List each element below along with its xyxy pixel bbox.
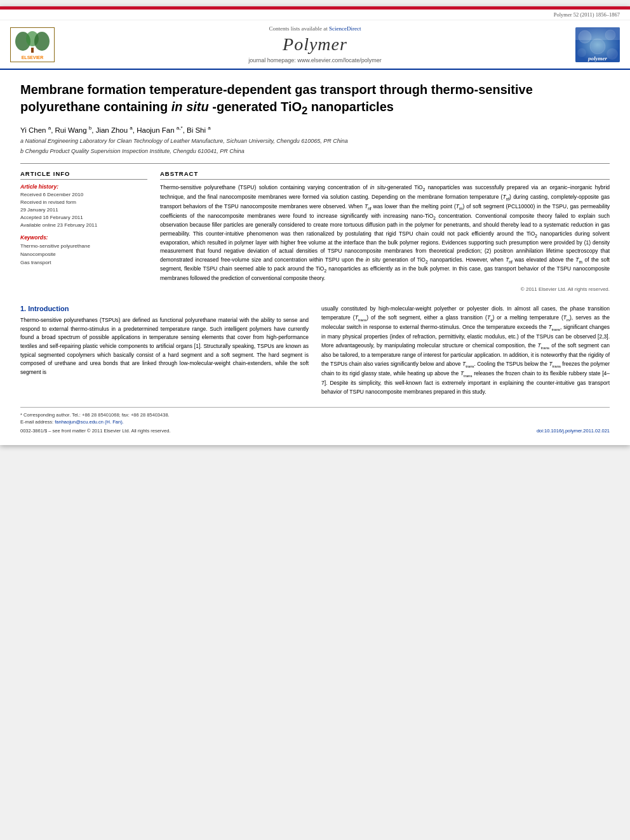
abstract-header: ABSTRACT — [160, 170, 610, 180]
divider-1 — [20, 163, 610, 164]
intro-text-right: usually constituted by high-molecular-we… — [321, 305, 610, 396]
keyword-1: Thermo-sensitive polyurethane — [20, 243, 147, 251]
svg-text:ELSEVIER: ELSEVIER — [22, 55, 44, 60]
authors-line: Yi Chen a, Rui Wang b, Jian Zhou a, Haoj… — [20, 125, 610, 134]
journal-ref-bar: Polymer 52 (2011) 1856–1867 — [0, 10, 630, 20]
keyword-3: Gas transport — [20, 259, 147, 267]
intro-col-left: 1. Introduction Thermo-sensitive polyure… — [20, 305, 309, 396]
svg-point-3 — [34, 32, 50, 51]
title-end: nanoparticles — [307, 100, 394, 114]
page-footer: * Corresponding author. Tel.: +86 28 854… — [20, 407, 610, 434]
svg-text:polymer: polymer — [587, 55, 607, 62]
journal-homepage: journal homepage: www.elsevier.com/locat… — [248, 57, 382, 63]
footer-email-label: E-mail address: — [20, 419, 53, 425]
journal-header: ELSEVIER Contents lists available at Sci… — [0, 20, 630, 70]
article-history: Article history: Received 6 December 201… — [20, 183, 147, 229]
journal-header-center: Contents lists available at ScienceDirec… — [69, 25, 561, 63]
revised-label: Received in revised form — [20, 199, 147, 206]
footer-corresponding: * Corresponding author. Tel.: +86 28 854… — [20, 411, 610, 418]
svg-rect-4 — [31, 48, 34, 53]
footer-email-link[interactable]: fanhaojun@scu.edu.cn (H. Fan). — [55, 419, 124, 425]
intro-title: 1. Introduction — [20, 305, 309, 312]
svg-point-9 — [605, 30, 615, 40]
accepted-date: Accepted 16 February 2011 — [20, 214, 147, 222]
affiliations: a National Engineering Laboratory for Cl… — [20, 137, 610, 156]
article-title: Membrane formation temperature-dependent… — [20, 81, 610, 119]
copyright-line: © 2011 Elsevier Ltd. All rights reserved… — [160, 286, 610, 292]
affil-b: b Chengdu Product Quality Supervision In… — [20, 147, 610, 156]
journal-header-right: polymer — [569, 25, 620, 63]
keyword-2: Nanocomposite — [20, 251, 147, 259]
elsevier-logo: ELSEVIER — [10, 27, 55, 62]
title-italic: in situ — [171, 100, 209, 114]
main-content: Membrane formation temperature-dependent… — [0, 70, 630, 445]
journal-header-left: ELSEVIER — [10, 25, 61, 63]
sciencedirect-link[interactable]: ScienceDirect — [329, 25, 361, 32]
abstract-text: Thermo-sensitive polyurethane (TSPU) sol… — [160, 183, 610, 283]
introduction-section: 1. Introduction Thermo-sensitive polyure… — [20, 305, 610, 396]
journal-name: Polymer — [283, 34, 347, 55]
svg-point-11 — [577, 48, 586, 57]
title-sub: 2 — [302, 105, 307, 117]
received-date: Received 6 December 2010 — [20, 191, 147, 199]
intro-col-right: usually constituted by high-molecular-we… — [321, 305, 610, 396]
footer-email-line: E-mail address: fanhaojun@scu.edu.cn (H.… — [20, 418, 610, 425]
svg-point-12 — [607, 48, 618, 60]
sciencedirect-line: Contents lists available at ScienceDirec… — [269, 25, 361, 32]
svg-point-8 — [579, 30, 591, 43]
keywords-label: Keywords: — [20, 234, 147, 241]
title-suffix: -generated TiO — [212, 100, 302, 114]
svg-point-10 — [590, 39, 605, 54]
intro-text-left: Thermo-sensitive polyurethanes (TSPUs) a… — [20, 316, 309, 377]
info-abstract-cols: ARTICLE INFO Article history: Received 6… — [20, 170, 610, 292]
keywords-section: Keywords: Thermo-sensitive polyurethane … — [20, 234, 147, 267]
revised-date: 29 January 2011 — [20, 206, 147, 214]
page: Polymer 52 (2011) 1856–1867 ELSEVIER Con — [0, 6, 630, 445]
affil-a: a National Engineering Laboratory for Cl… — [20, 137, 610, 146]
sciencedirect-label: Contents lists available at — [269, 25, 328, 32]
article-info-col: ARTICLE INFO Article history: Received 6… — [20, 170, 147, 292]
abstract-col: ABSTRACT Thermo-sensitive polyurethane (… — [160, 170, 610, 292]
footer-bottom: 0032-3861/$ – see front matter © 2011 El… — [20, 428, 610, 434]
article-info-header: ARTICLE INFO — [20, 170, 147, 180]
journal-ref: Polymer 52 (2011) 1856–1867 — [554, 11, 620, 18]
footer-doi: doi:10.1016/j.polymer.2011.02.021 — [537, 428, 610, 434]
footer-issn: 0032-3861/$ – see front matter © 2011 El… — [20, 428, 171, 434]
available-date: Available online 23 February 2011 — [20, 222, 147, 229]
polymer-logo-box: polymer — [575, 27, 620, 62]
history-label: Article history: — [20, 183, 147, 190]
